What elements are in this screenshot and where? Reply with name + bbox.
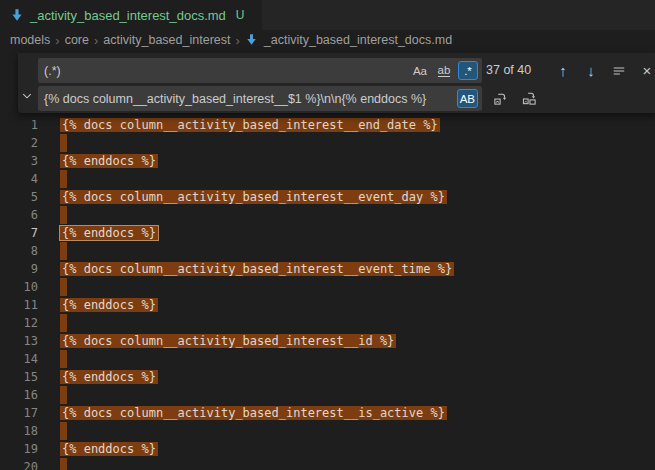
line-content — [60, 206, 67, 224]
line-content — [60, 278, 67, 296]
find-input[interactable]: (.*) Aa ab .* — [38, 58, 482, 83]
find-replace-widget: (.*) Aa ab .* 37 of 40 ↑ ↓ × {% docs col… — [18, 53, 655, 113]
whole-word-toggle[interactable]: ab — [434, 61, 454, 80]
line-number: 3 — [0, 152, 38, 170]
line-content — [60, 314, 67, 332]
line-number: 7 — [0, 224, 38, 242]
breadcrumb-separator-icon: › — [235, 33, 239, 48]
line-content: {% docs column__activity_based_interest_… — [60, 188, 447, 206]
match-case-toggle[interactable]: Aa — [410, 61, 430, 80]
code-line[interactable]: 9{% docs column__activity_based_interest… — [0, 260, 655, 278]
code-line[interactable]: 13{% docs column__activity_based_interes… — [0, 332, 655, 350]
editor-pane[interactable]: 1{% docs column__activity_based_interest… — [0, 50, 655, 470]
breadcrumb-item-file[interactable]: _activity_based_interest_docs.md — [264, 33, 452, 47]
code-line[interactable]: 1{% docs column__activity_based_interest… — [0, 116, 655, 134]
line-number: 14 — [0, 350, 38, 368]
line-content — [60, 170, 67, 188]
code-line[interactable]: 3{% enddocs %} — [0, 152, 655, 170]
breadcrumb: models › core › activity_based_interest … — [0, 30, 655, 50]
breadcrumb-separator-icon: › — [94, 33, 98, 48]
find-match: {% enddocs %} — [60, 370, 158, 384]
line-content: {% enddocs %} — [60, 224, 158, 242]
line-number: 19 — [0, 440, 38, 458]
find-result-count: 37 of 40 — [486, 58, 531, 83]
replace-value: {% docs column__activity_based_interest_… — [38, 92, 457, 106]
code-line[interactable]: 15{% enddocs %} — [0, 368, 655, 386]
code-line[interactable]: 5{% docs column__activity_based_interest… — [0, 188, 655, 206]
replace-input[interactable]: {% docs column__activity_based_interest_… — [38, 86, 482, 111]
empty-line-match-highlight — [60, 278, 67, 296]
line-number: 20 — [0, 458, 38, 470]
code-line[interactable]: 4 — [0, 170, 655, 188]
line-number: 18 — [0, 422, 38, 440]
empty-line-match-highlight — [60, 206, 67, 224]
code-line[interactable]: 20 — [0, 458, 655, 470]
next-match-arrow-down-icon[interactable]: ↓ — [582, 61, 600, 81]
line-number: 6 — [0, 206, 38, 224]
find-match: {% docs column__activity_based_interest_… — [60, 190, 447, 204]
line-number: 15 — [0, 368, 38, 386]
code-line[interactable]: 16 — [0, 386, 655, 404]
code-line[interactable]: 7{% enddocs %} — [0, 224, 655, 242]
toggle-replace-chevron-down-icon[interactable] — [19, 86, 35, 106]
previous-match-arrow-up-icon[interactable]: ↑ — [554, 61, 572, 81]
line-number: 9 — [0, 260, 38, 278]
breadcrumb-separator-icon: › — [55, 33, 59, 48]
code-line[interactable]: 17{% docs column__activity_based_interes… — [0, 404, 655, 422]
code-line[interactable]: 10 — [0, 278, 655, 296]
code-line[interactable]: 12 — [0, 314, 655, 332]
empty-line-match-highlight — [60, 314, 67, 332]
find-query: (.*) — [38, 64, 410, 78]
empty-line-match-highlight — [60, 458, 67, 470]
code-line[interactable]: 14 — [0, 350, 655, 368]
line-content: {% docs column__activity_based_interest_… — [60, 332, 396, 350]
line-content — [60, 350, 67, 368]
current-find-match: {% enddocs %} — [60, 226, 158, 240]
tab-title: _activity_based_interest_docs.md — [30, 8, 226, 23]
find-match: {% docs column__activity_based_interest_… — [60, 262, 454, 276]
empty-line-match-highlight — [60, 242, 67, 260]
breadcrumb-item-activity-based-interest[interactable]: activity_based_interest — [103, 33, 230, 47]
code-line[interactable]: 11{% enddocs %} — [0, 296, 655, 314]
line-content: {% docs column__activity_based_interest_… — [60, 404, 447, 422]
find-match: {% docs column__activity_based_interest_… — [60, 334, 396, 348]
line-number: 17 — [0, 404, 38, 422]
find-match: {% enddocs %} — [60, 298, 158, 312]
line-content: {% docs column__activity_based_interest_… — [60, 116, 440, 134]
tab-activity-docs[interactable]: _activity_based_interest_docs.md U — [0, 0, 263, 30]
breadcrumb-item-core[interactable]: core — [65, 33, 89, 47]
tab-bar: _activity_based_interest_docs.md U — [0, 0, 655, 30]
line-content — [60, 458, 67, 470]
empty-line-match-highlight — [60, 422, 67, 440]
code-line[interactable]: 19{% enddocs %} — [0, 440, 655, 458]
breadcrumb-item-models[interactable]: models — [10, 33, 50, 47]
line-number: 13 — [0, 332, 38, 350]
regex-toggle[interactable]: .* — [458, 61, 478, 80]
code-line[interactable]: 18 — [0, 422, 655, 440]
line-number: 8 — [0, 242, 38, 260]
line-content — [60, 134, 67, 152]
replace-icon[interactable] — [491, 89, 509, 109]
line-number: 5 — [0, 188, 38, 206]
find-match: {% docs column__activity_based_interest_… — [60, 118, 440, 132]
replace-all-icon[interactable] — [520, 89, 538, 109]
line-number: 11 — [0, 296, 38, 314]
line-number: 1 — [0, 116, 38, 134]
markdown-file-icon — [10, 8, 24, 22]
close-icon[interactable]: × — [638, 61, 655, 81]
line-number: 16 — [0, 386, 38, 404]
find-in-selection-icon[interactable] — [610, 61, 628, 81]
line-content: {% enddocs %} — [60, 152, 158, 170]
empty-line-match-highlight — [60, 350, 67, 368]
code-line[interactable]: 8 — [0, 242, 655, 260]
line-content — [60, 242, 67, 260]
find-match: {% enddocs %} — [60, 154, 158, 168]
line-number: 10 — [0, 278, 38, 296]
code-line[interactable]: 2 — [0, 134, 655, 152]
editor-lines: 1{% docs column__activity_based_interest… — [0, 116, 655, 470]
find-match: {% docs column__activity_based_interest_… — [60, 406, 447, 420]
preserve-case-toggle[interactable]: AB — [457, 89, 478, 108]
empty-line-match-highlight — [60, 170, 67, 188]
line-number: 4 — [0, 170, 38, 188]
code-line[interactable]: 6 — [0, 206, 655, 224]
